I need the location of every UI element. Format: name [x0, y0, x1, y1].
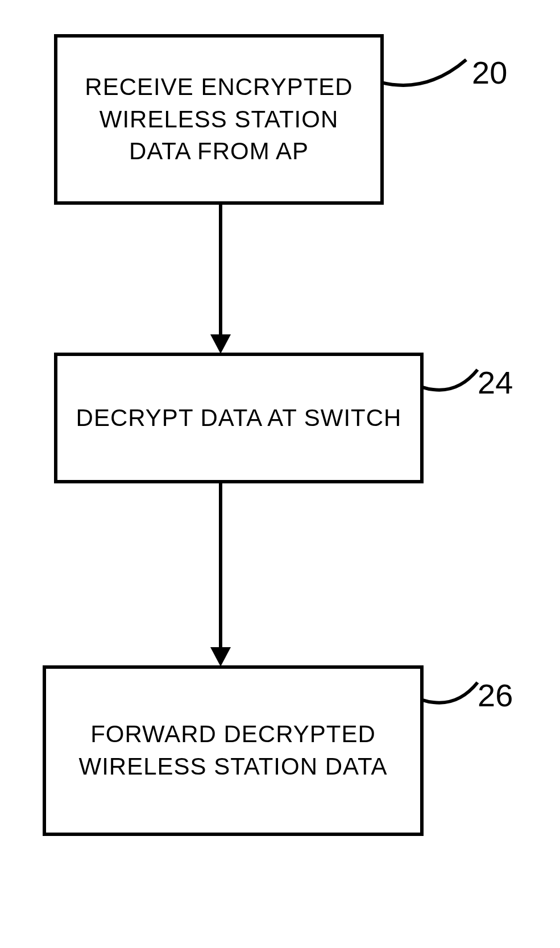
step-ref-3: 26 — [478, 677, 513, 714]
step-text-3: FORWARD DECRYPTED WIRELESS STATION DATA — [57, 718, 409, 783]
step-ref-1: 20 — [472, 54, 507, 91]
step-ref-2: 24 — [478, 364, 513, 401]
flowchart-container: RECEIVE ENCRYPTED WIRELESS STATION DATA … — [0, 0, 560, 948]
arrow-1 — [219, 205, 222, 337]
arrow-2 — [219, 483, 222, 648]
step-text-2: DECRYPT DATA AT SWITCH — [76, 402, 402, 434]
callout-curve-1 — [381, 43, 478, 100]
arrowhead-1 — [210, 334, 231, 354]
step-text-1: RECEIVE ENCRYPTED WIRELESS STATION DATA … — [69, 71, 369, 168]
step-box-1: RECEIVE ENCRYPTED WIRELESS STATION DATA … — [54, 34, 384, 205]
step-box-3: FORWARD DECRYPTED WIRELESS STATION DATA — [43, 665, 424, 836]
step-box-2: DECRYPT DATA AT SWITCH — [54, 353, 424, 483]
arrowhead-2 — [210, 647, 231, 667]
